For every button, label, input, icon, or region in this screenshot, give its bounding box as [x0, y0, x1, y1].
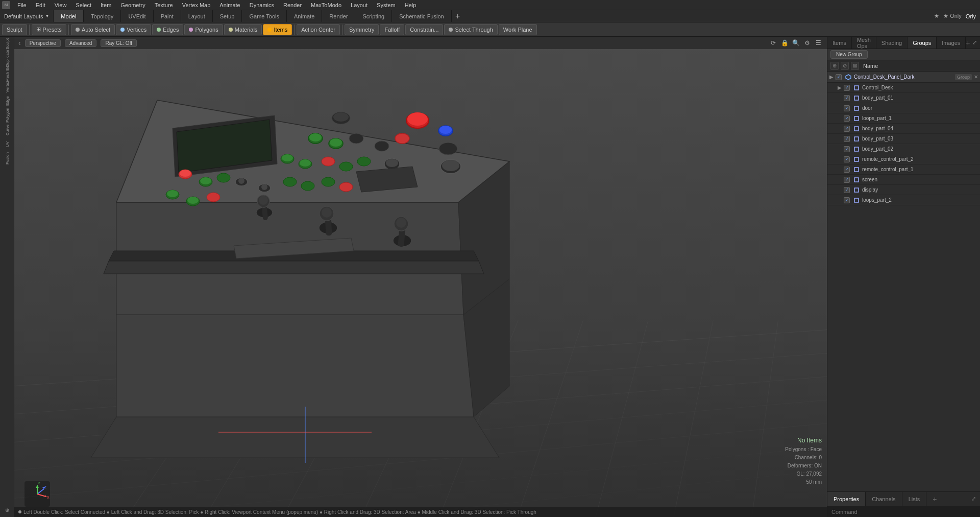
add-workspace-tab[interactable]: +: [452, 10, 464, 22]
group-item-body-part-04[interactable]: body_part_04: [827, 124, 980, 134]
group-item-remote-control-part-1[interactable]: remote_control_part_1: [827, 165, 980, 175]
tab-items[interactable]: Items: [827, 37, 852, 49]
group-icon-3[interactable]: ⊠: [851, 62, 859, 70]
add-panel-tab[interactable]: +: [966, 37, 970, 49]
item-checkbox[interactable]: [844, 146, 850, 152]
presets-button[interactable]: ⊞ Presets: [32, 24, 66, 35]
tab-model[interactable]: Model: [54, 10, 84, 22]
menu-vertex-map[interactable]: Vertex Map: [178, 0, 215, 10]
materials-button[interactable]: Materials: [224, 24, 262, 35]
item-checkbox[interactable]: [844, 187, 850, 193]
group-item-loops-part-2[interactable]: loops_part_2: [827, 195, 980, 205]
tab-game-tools[interactable]: Game Tools: [242, 10, 287, 22]
group-root-item[interactable]: ▶ Control_Desk_Panel_Dark Group ✕: [827, 72, 980, 83]
action-center-button[interactable]: Action Center: [297, 24, 340, 35]
group-item-display[interactable]: display: [827, 185, 980, 195]
viewport-raygl-button[interactable]: Ray GL: Off: [101, 39, 137, 47]
symmetry-button[interactable]: Symmetry: [345, 24, 379, 35]
group-item-screen[interactable]: screen: [827, 175, 980, 185]
viewport-nav-left[interactable]: ‹: [18, 39, 21, 47]
tool-vertex[interactable]: Vertex: [1, 82, 13, 92]
tool-sculpt[interactable]: Sculpt: [1, 39, 13, 49]
viewport-advanced-button[interactable]: Advanced: [65, 39, 96, 47]
tab-groups[interactable]: Groups: [908, 37, 937, 49]
tab-mesh-ops[interactable]: Mesh Ops: [852, 37, 876, 49]
edges-button[interactable]: Edges: [152, 24, 183, 35]
menu-geometry[interactable]: Geometry: [116, 0, 149, 10]
tool-edge[interactable]: Edge: [1, 96, 13, 106]
menu-help[interactable]: Help: [401, 0, 421, 10]
tool-mesh-edit[interactable]: Mesh Edit: [1, 67, 13, 78]
item-checkbox[interactable]: [844, 85, 850, 91]
layout-dropdown[interactable]: Default Layouts ▼: [0, 10, 54, 22]
tab-lists[interactable]: Lists: [902, 492, 927, 506]
add-bottom-tab[interactable]: +: [926, 492, 943, 506]
falloff-button[interactable]: Falloff: [380, 24, 404, 35]
polygons-button[interactable]: Polygons: [184, 24, 223, 35]
group-item-body-part-01[interactable]: body_part_01: [827, 93, 980, 103]
item-checkbox[interactable]: [844, 115, 850, 122]
command-input[interactable]: [827, 509, 980, 515]
tool-duplicate[interactable]: Duplicate: [1, 53, 13, 63]
viewport-lock-icon[interactable]: 🔒: [780, 38, 789, 48]
tab-channels[interactable]: Channels: [866, 492, 902, 506]
group-x-icon[interactable]: ✕: [974, 74, 978, 80]
group-item-door[interactable]: door: [827, 103, 980, 113]
viewport-camera-icon[interactable]: ⟳: [769, 38, 778, 48]
group-root-checkbox[interactable]: [836, 74, 842, 80]
item-checkbox[interactable]: [844, 95, 850, 101]
menu-dynamics[interactable]: Dynamics: [246, 0, 278, 10]
tool-bottom[interactable]: ⊕: [1, 505, 13, 515]
menu-layout[interactable]: Layout: [347, 0, 372, 10]
select-through-button[interactable]: Select Through: [444, 24, 497, 35]
tab-uvedit[interactable]: UVEdit: [121, 10, 153, 22]
group-item-control-desk[interactable]: ▶ Control_Desk: [827, 83, 980, 93]
item-checkbox[interactable]: [844, 197, 850, 203]
menu-maxtomodo[interactable]: MaxToModo: [307, 0, 346, 10]
tab-animate[interactable]: Animate: [287, 10, 322, 22]
group-item-body-part-02[interactable]: body_part_02: [827, 144, 980, 154]
tab-schematic[interactable]: Schematic Fusion: [392, 10, 451, 22]
tool-uv[interactable]: UV: [1, 139, 13, 149]
constrain-button[interactable]: Constrain...: [405, 24, 443, 35]
work-plane-button[interactable]: Work Plane: [499, 24, 537, 35]
item-checkbox[interactable]: [844, 177, 850, 183]
group-item-remote-control-part-2[interactable]: remote_control_part_2: [827, 154, 980, 165]
menu-select[interactable]: Select: [71, 0, 95, 10]
tab-setup[interactable]: Setup: [213, 10, 242, 22]
menu-edit[interactable]: Edit: [32, 0, 50, 10]
group-item-body-part-03[interactable]: body_part_03: [827, 134, 980, 144]
menu-view[interactable]: View: [51, 0, 71, 10]
tab-layout[interactable]: Layout: [181, 10, 213, 22]
item-checkbox[interactable]: [844, 105, 850, 111]
viewport-settings-icon[interactable]: ⚙: [802, 38, 812, 48]
menu-texture[interactable]: Texture: [151, 0, 177, 10]
auto-select-button[interactable]: Auto Select: [71, 24, 115, 35]
3d-viewport[interactable]: ‹ Perspective Advanced Ray GL: Off ⟳ 🔒 🔍…: [14, 37, 827, 517]
tool-polygon[interactable]: Polygon: [1, 110, 13, 121]
item-checkbox[interactable]: [844, 167, 850, 173]
tab-paint[interactable]: Paint: [154, 10, 181, 22]
sculpt-button[interactable]: Sculpt: [2, 24, 27, 35]
item-checkbox[interactable]: [844, 156, 850, 162]
items-button[interactable]: Items: [263, 24, 292, 35]
group-icon-1[interactable]: ⊕: [830, 62, 839, 70]
menu-render[interactable]: Render: [279, 0, 306, 10]
tab-properties[interactable]: Properties: [827, 492, 866, 506]
tab-topology[interactable]: Topology: [84, 10, 121, 22]
menu-animate[interactable]: Animate: [215, 0, 244, 10]
item-checkbox[interactable]: [844, 136, 850, 142]
group-item-loops-part-1[interactable]: loops_part_1: [827, 113, 980, 124]
tool-fusion[interactable]: Fusion: [1, 153, 13, 163]
vertices-button[interactable]: Vertices: [116, 24, 151, 35]
bottom-expand-icon[interactable]: ⤢: [969, 495, 978, 504]
group-icon-2[interactable]: ⊘: [841, 62, 849, 70]
new-group-button[interactable]: New Group: [830, 50, 868, 59]
tab-shading[interactable]: Shading: [876, 37, 908, 49]
panel-expand-icon[interactable]: ⤢: [970, 38, 979, 48]
viewport-search-icon[interactable]: 🔍: [791, 38, 800, 48]
tab-images[interactable]: Images: [937, 37, 966, 49]
menu-item[interactable]: Item: [96, 0, 115, 10]
tab-render[interactable]: Render: [322, 10, 355, 22]
tool-curve[interactable]: Curve: [1, 125, 13, 135]
